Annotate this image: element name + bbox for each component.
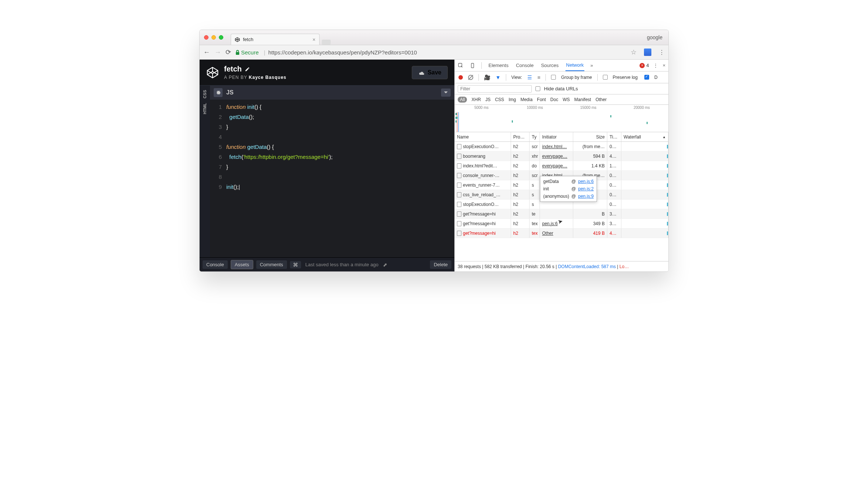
settings-icon[interactable]: ⋮ <box>653 63 658 68</box>
save-button[interactable]: Save <box>412 66 448 79</box>
table-row[interactable]: boomerangh2xhreverypage…594 B4… <box>455 151 668 161</box>
screenshot-icon[interactable]: 🎥 <box>484 74 490 80</box>
type-filter-other[interactable]: Other <box>595 97 607 102</box>
stack-frame[interactable]: getData@ pen.js:6 <box>543 178 594 185</box>
pen-author[interactable]: Kayce Basques <box>249 75 287 80</box>
browser-tab[interactable]: fetch × <box>231 34 320 45</box>
close-tab-icon[interactable]: × <box>313 37 316 43</box>
col-protocol[interactable]: Pro… <box>511 132 530 141</box>
maximize-window-button[interactable] <box>219 35 223 40</box>
group-by-frame-checkbox[interactable] <box>551 75 556 80</box>
preserve-log-checkbox[interactable] <box>603 75 608 80</box>
type-filter-font[interactable]: Font <box>537 97 546 102</box>
minimize-window-button[interactable] <box>211 35 216 40</box>
console-button[interactable]: Console <box>203 260 228 269</box>
hide-data-urls-checkbox[interactable] <box>535 86 540 91</box>
inspect-icon[interactable] <box>458 63 464 69</box>
divider: | <box>554 264 558 269</box>
frame-view-icon[interactable]: ≡ <box>537 74 540 80</box>
delete-button[interactable]: Delete <box>430 260 451 269</box>
type-filter-css[interactable]: CSS <box>495 97 504 102</box>
back-button[interactable]: ← <box>203 49 210 56</box>
status-requests: 38 requests <box>458 264 481 269</box>
comments-button[interactable]: Comments <box>256 260 287 269</box>
js-editor: JS 123456789 function init() { getData()… <box>210 86 454 257</box>
tab-elements[interactable]: Elements <box>488 60 509 71</box>
disable-cache-checkbox[interactable] <box>644 75 649 80</box>
edit-icon[interactable] <box>245 67 250 72</box>
col-type[interactable]: Ty <box>530 132 540 141</box>
stack-frame[interactable]: (anonymous)@ pen.js:9 <box>543 193 594 200</box>
open-external-icon[interactable]: ⬈ <box>383 262 387 268</box>
table-header: Name Pro… Ty Initiator Size Ti… Waterfal… <box>455 132 668 142</box>
code-area[interactable]: 123456789 function init() { getData();} … <box>210 100 454 257</box>
editor-settings-button[interactable] <box>214 88 223 97</box>
browser-menu-icon[interactable]: ⋮ <box>659 49 665 56</box>
divider: | <box>481 264 485 269</box>
divider <box>545 74 546 81</box>
tab-console[interactable]: Console <box>515 60 534 71</box>
type-filter-media[interactable]: Media <box>520 97 533 102</box>
divider <box>481 62 482 69</box>
close-devtools-icon[interactable]: × <box>662 63 665 68</box>
collapse-button[interactable] <box>441 89 451 97</box>
close-window-button[interactable] <box>204 35 208 40</box>
more-tabs-icon[interactable]: » <box>590 63 593 68</box>
type-filter-doc[interactable]: Doc <box>550 97 558 102</box>
col-initiator[interactable]: Initiator <box>540 132 573 141</box>
table-row[interactable]: stopExecutionO…h2scrindex.html…(from me…… <box>455 142 668 151</box>
table-row[interactable]: get?message=hih2teB3… <box>455 209 668 219</box>
type-filter-ws[interactable]: WS <box>562 97 570 102</box>
record-button[interactable] <box>458 75 463 80</box>
table-row[interactable]: index.html?edit…h2doeverypage…1.4 KB1… <box>455 161 668 171</box>
reload-button[interactable]: ⟳ <box>226 48 231 56</box>
type-filter-manifest[interactable]: Manifest <box>574 97 591 102</box>
tab-sources[interactable]: Sources <box>540 60 560 71</box>
stack-frame[interactable]: init@ pen.js:2 <box>543 185 594 193</box>
type-filter-all[interactable]: All <box>458 97 467 103</box>
code-text[interactable]: function init() { getData();} function g… <box>226 102 454 257</box>
col-time[interactable]: Ti… <box>607 132 621 141</box>
error-badge[interactable]: × 4 <box>640 63 649 68</box>
browser-window: fetch × google ← → ⟳ Secure | https://co… <box>199 30 669 272</box>
devtools-right-controls: × 4 ⋮ × <box>640 63 665 68</box>
col-size[interactable]: Size <box>573 132 607 141</box>
file-icon <box>457 211 461 217</box>
profile-label[interactable]: google <box>647 34 662 40</box>
divider <box>597 74 598 81</box>
tab-title: fetch <box>243 37 253 42</box>
device-icon[interactable] <box>470 63 475 69</box>
list-view-icon[interactable]: ☰ <box>527 74 532 80</box>
load-line <box>458 112 459 132</box>
file-icon <box>457 192 461 197</box>
pen-title[interactable]: fetch <box>224 65 242 73</box>
sidebar-html-tab[interactable]: HTML <box>203 101 207 116</box>
domcontent-line <box>457 112 457 132</box>
tab-network[interactable]: Network <box>565 60 585 71</box>
col-waterfall[interactable]: Waterfall▲ <box>621 132 668 141</box>
traffic-lights <box>204 35 223 40</box>
timeline-bar <box>610 115 611 117</box>
file-icon <box>457 144 461 149</box>
col-name[interactable]: Name <box>455 132 511 141</box>
forward-button[interactable]: → <box>214 49 221 56</box>
url-field[interactable]: Secure | https://codepen.io/kaycebasques… <box>236 49 622 56</box>
type-filter-img[interactable]: Img <box>508 97 516 102</box>
keyboard-shortcut-icon[interactable]: ⌘ <box>290 261 301 268</box>
sidebar-css-tab[interactable]: CSS <box>203 89 207 100</box>
gear-icon <box>216 90 221 95</box>
type-filter-js[interactable]: JS <box>485 97 491 102</box>
extension-icon[interactable] <box>644 49 651 56</box>
titlebar: fetch × google <box>200 30 668 45</box>
clear-button[interactable] <box>468 75 473 80</box>
secure-indicator[interactable]: Secure <box>236 49 259 56</box>
bookmark-icon[interactable]: ☆ <box>631 48 637 56</box>
timeline-overview[interactable]: 5000 ms10000 ms15000 ms20000 ms <box>455 105 668 132</box>
assets-button[interactable]: Assets <box>231 260 253 269</box>
new-tab-button[interactable] <box>322 40 331 45</box>
type-filter-xhr[interactable]: XHR <box>471 97 481 102</box>
filter-input[interactable] <box>458 85 532 93</box>
filter-icon[interactable]: ▼ <box>495 74 501 80</box>
codepen-body: CSS HTML JS 123456789 <box>200 85 454 257</box>
table-row[interactable]: get?message=hih2texOther419 B4… <box>455 228 668 238</box>
